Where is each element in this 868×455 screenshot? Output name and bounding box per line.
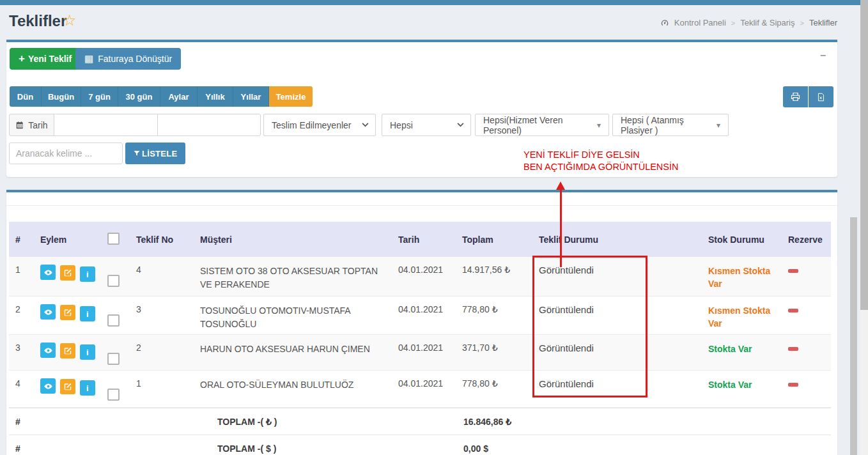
- range-today-button[interactable]: Bugün: [42, 86, 81, 107]
- row-actions: i: [35, 297, 102, 321]
- date-to-input[interactable]: [157, 114, 261, 136]
- reserve-minus-icon: [788, 383, 798, 387]
- table-footer-row-try: # TOPLAM -( ₺ ) 16.846,86 ₺: [9, 408, 831, 435]
- table-scrollbar[interactable]: [850, 217, 857, 455]
- select-all-checkbox[interactable]: [107, 233, 120, 245]
- view-button[interactable]: [40, 378, 56, 394]
- row-check-cell: [102, 257, 131, 289]
- annotation-line-1: YENİ TEKLİF DİYE GELSİN: [523, 149, 679, 161]
- caret-down-icon: ▾: [597, 121, 601, 130]
- row-customer: ORAL OTO-SÜLEYMAN BULUTLUÖZ: [195, 371, 393, 392]
- caret-down-icon: ▾: [717, 121, 720, 130]
- range-months-button[interactable]: Aylar: [160, 86, 198, 107]
- edit-button[interactable]: [60, 265, 75, 281]
- panel-header-strip: [6, 192, 837, 206]
- edit-button[interactable]: [60, 379, 75, 394]
- service-personnel-value: Hepsi(Hizmet Veren Personel): [483, 115, 592, 135]
- list-button-label: LİSTELE: [142, 149, 178, 158]
- range-clear-button[interactable]: Temizle: [269, 86, 313, 107]
- row-offer-no: 3: [131, 297, 195, 314]
- convert-to-invoice-button[interactable]: ▦ Faturaya Dönüştür: [75, 48, 181, 70]
- edit-button[interactable]: [60, 343, 75, 359]
- reserve-minus-icon: [788, 269, 798, 273]
- status-select-value: Hepsi: [390, 120, 413, 130]
- view-button[interactable]: [40, 304, 56, 320]
- row-actions: i: [35, 371, 102, 396]
- row-checkbox[interactable]: [107, 314, 120, 327]
- annotation-line-2: BEN AÇTIĞIMDA GÖRÜNTÜLENSİN: [523, 161, 679, 173]
- range-yearly-button[interactable]: Yıllık: [198, 86, 233, 107]
- range-30days-button[interactable]: 30 gün: [118, 86, 160, 107]
- edit-button[interactable]: [60, 305, 75, 320]
- search-input[interactable]: [9, 143, 123, 164]
- row-date: 04.01.2021: [393, 371, 457, 389]
- breadcrumb-item-teklif-siparis[interactable]: Teklif & Sipariş: [740, 18, 794, 27]
- header-offer-no: Teklif No: [131, 235, 195, 245]
- info-button[interactable]: i: [80, 380, 95, 396]
- row-checkbox[interactable]: [107, 353, 120, 365]
- row-stock-status: Stokta Var: [703, 335, 783, 355]
- filter-funnel-icon: [133, 150, 142, 157]
- row-customer: SISTEM OTO 38 OTO AKSESUAR TOPTAN VE PER…: [195, 257, 393, 291]
- row-actions: i: [35, 335, 102, 360]
- printer-icon: [790, 91, 801, 102]
- annotation-arrow-head: [556, 181, 565, 190]
- offers-table-panel: # Eylem Teklif No Müşteri Tarih Toplam T…: [6, 190, 837, 455]
- row-offer-no: 1: [131, 371, 195, 389]
- convert-to-invoice-label: Faturaya Dönüştür: [98, 54, 172, 64]
- delivery-status-select[interactable]: Teslim Edilmeyenler: [263, 114, 376, 136]
- info-button[interactable]: i: [80, 344, 95, 360]
- view-button[interactable]: [40, 343, 56, 358]
- offers-table: # Eylem Teklif No Müşteri Tarih Toplam T…: [9, 222, 831, 455]
- chevron-down-icon: [362, 123, 369, 127]
- row-check-cell: [102, 335, 131, 367]
- favorite-star-icon[interactable]: ☆: [63, 12, 77, 29]
- breadcrumb-separator: >: [731, 19, 735, 27]
- new-offer-button[interactable]: + Yeni Teklif: [10, 48, 81, 70]
- delivery-status-value: Teslim Edilmeyenler: [272, 120, 351, 130]
- filters-panel: + Yeni Teklif ▦ Faturaya Dönüştür − Dün …: [6, 40, 837, 177]
- range-years-button[interactable]: Yıllar: [233, 86, 269, 107]
- range-yesterday-button[interactable]: Dün: [10, 86, 42, 107]
- header-total: Toplam: [457, 235, 534, 245]
- status-select[interactable]: Hepsi: [382, 114, 471, 136]
- row-checkbox[interactable]: [107, 275, 120, 287]
- table-row: 3 i 2 HARUN OTO AKSESUAR HARUN ÇIMEN 04.…: [9, 335, 831, 371]
- excel-export-button[interactable]: [809, 86, 833, 107]
- info-button[interactable]: i: [80, 306, 95, 321]
- footer-total-usd-label: TOPLAM -( $ ): [195, 443, 393, 454]
- row-offer-no: 2: [131, 335, 195, 353]
- range-7days-button[interactable]: 7 gün: [81, 86, 118, 107]
- annotation-note: YENİ TEKLİF DİYE GELSİN BEN AÇTIĞIMDA GÖ…: [523, 149, 679, 173]
- chevron-down-icon: [457, 123, 464, 127]
- list-button[interactable]: LİSTELE: [125, 143, 185, 164]
- calendar-icon: [15, 121, 24, 130]
- date-range-button-group: Dün Bugün 7 gün 30 gün Aylar Yıllık Yıll…: [10, 86, 313, 107]
- row-total: 778,80 ₺: [457, 371, 534, 389]
- row-date: 04.01.2021: [393, 257, 457, 275]
- header-date: Tarih: [393, 235, 457, 245]
- sales-rep-dropdown[interactable]: Hepsi ( Atanmış Plasiyer ) ▾: [612, 114, 729, 136]
- row-checkbox[interactable]: [107, 389, 120, 401]
- row-stock-status: Kısmen Stokta Var: [703, 257, 783, 290]
- info-button[interactable]: i: [80, 266, 95, 282]
- footer-index: #: [9, 417, 35, 427]
- row-date: 04.01.2021: [393, 335, 457, 353]
- table-grid-icon: ▦: [84, 53, 93, 65]
- date-from-input[interactable]: [54, 114, 158, 136]
- header-customer: Müşteri: [195, 235, 393, 245]
- row-index: 3: [9, 335, 35, 353]
- print-button[interactable]: [783, 86, 808, 107]
- page-scrollbar-thumb[interactable]: [860, 0, 868, 310]
- row-offer-status: Görüntülendi: [534, 257, 703, 275]
- row-offer-status: Görüntülendi: [534, 371, 703, 389]
- table-row: 1 i 4 SISTEM OTO 38 OTO AKSESUAR TOPTAN …: [9, 257, 831, 297]
- footer-total-usd-value: 0,00 $: [457, 443, 703, 454]
- breadcrumb-item-kontrol-paneli[interactable]: Kontrol Paneli: [674, 18, 726, 27]
- row-offer-no: 4: [131, 257, 195, 275]
- collapse-panel-icon[interactable]: −: [820, 50, 826, 61]
- view-button[interactable]: [40, 265, 56, 280]
- service-personnel-dropdown[interactable]: Hepsi(Hizmet Veren Personel) ▾: [475, 114, 609, 136]
- row-customer: HARUN OTO AKSESUAR HARUN ÇIMEN: [195, 335, 393, 356]
- table-row: 4 i 1 ORAL OTO-SÜLEYMAN BULUTLUÖZ 04.01.…: [9, 371, 831, 408]
